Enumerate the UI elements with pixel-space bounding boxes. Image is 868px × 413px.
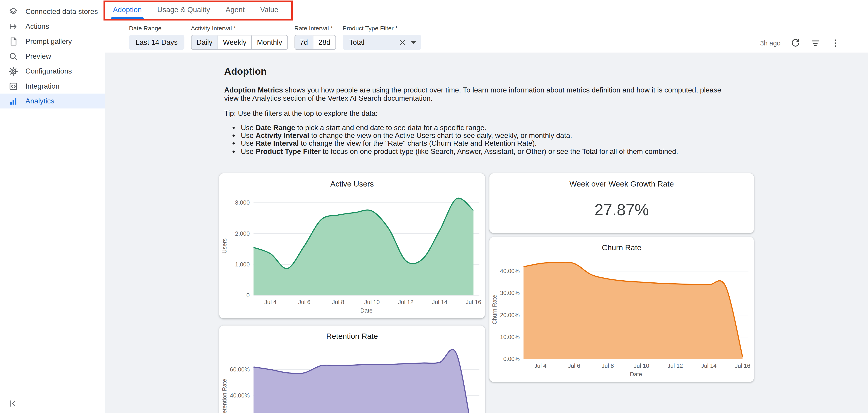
svg-text:0: 0 — [246, 292, 250, 298]
rate-interval-toggle: 7d 28d — [294, 35, 336, 50]
refresh-button[interactable] — [790, 38, 800, 48]
activity-interval-daily[interactable]: Daily — [191, 35, 218, 49]
svg-text:Jul 8: Jul 8 — [601, 362, 614, 369]
churn-rate-chart: 0.00%10.00%20.00%30.00%40.00%Jul 4Jul 6J… — [489, 237, 754, 382]
svg-text:Jul 14: Jul 14 — [701, 362, 717, 369]
activity-interval-label: Activity Interval * — [191, 25, 288, 32]
growth-rate-title: Week over Week Growth Rate — [489, 180, 754, 188]
sidebar-item-configurations[interactable]: Configurations — [0, 64, 105, 78]
main-panel: Adoption Usage & Quality Agent Value Dat… — [105, 0, 868, 413]
sidebar-item-label: Prompt gallery — [26, 37, 72, 45]
svg-text:Jul 14: Jul 14 — [432, 299, 447, 305]
svg-text:Jul 8: Jul 8 — [332, 299, 344, 305]
product-type-value: Total — [349, 38, 399, 46]
growth-rate-card: Week over Week Growth Rate 27.87% — [489, 173, 754, 233]
tip-bullet: Use Date Range to pick a start and end d… — [241, 124, 736, 132]
prompt-gallery-icon — [8, 36, 18, 46]
actions-icon — [8, 21, 18, 31]
svg-text:Jul 4: Jul 4 — [534, 362, 547, 369]
active-users-title: Active Users — [219, 180, 485, 188]
rate-interval-28d[interactable]: 28d — [313, 35, 335, 49]
churn-rate-card: Churn Rate 0.00%10.00%20.00%30.00%40.00%… — [489, 237, 754, 382]
activity-interval-filter-group: Activity Interval * Daily Weekly Monthly — [191, 25, 288, 50]
rate-interval-filter-group: Rate Interval * 7d 28d — [294, 25, 336, 50]
churn-rate-title: Churn Rate — [489, 243, 754, 252]
sidebar-item-prompt-gallery[interactable]: Prompt gallery — [0, 34, 105, 49]
active-users-chart: 01,0002,0003,000Jul 4Jul 6Jul 8Jul 10Jul… — [219, 173, 485, 318]
svg-text:Retention Rate: Retention Rate — [221, 379, 228, 413]
svg-text:Jul 12: Jul 12 — [667, 362, 683, 369]
active-users-card: Active Users 01,0002,0003,000Jul 4Jul 6J… — [219, 173, 485, 318]
filter-list-button[interactable] — [810, 38, 820, 48]
product-type-filter-label: Product Type Filter * — [343, 25, 421, 32]
dashboard-content: Adoption Adoption Metrics shows you how … — [105, 53, 868, 413]
sidebar-item-label: Connected data stores — [26, 7, 98, 15]
tab-usage-quality[interactable]: Usage & Quality — [150, 0, 218, 19]
sidebar-item-integration[interactable]: Integration — [0, 78, 105, 93]
collapse-sidebar-button[interactable] — [8, 399, 18, 409]
tab-value[interactable]: Value — [252, 0, 286, 19]
tip-line: Tip: Use the filters at the top to explo… — [224, 110, 736, 118]
svg-text:40.00%: 40.00% — [500, 268, 520, 274]
svg-text:2,000: 2,000 — [235, 230, 250, 237]
preview-icon — [8, 51, 18, 61]
tab-agent[interactable]: Agent — [218, 0, 252, 19]
product-type-select[interactable]: Total — [343, 35, 421, 50]
rate-interval-label: Rate Interval * — [294, 25, 336, 32]
svg-text:Churn Rate: Churn Rate — [491, 295, 498, 324]
more-options-button[interactable] — [830, 38, 840, 48]
sidebar-item-label: Actions — [26, 22, 49, 30]
date-range-filter-group: Date Range Last 14 Days — [129, 25, 184, 50]
sidebar-item-label: Configurations — [26, 67, 72, 75]
svg-text:Date: Date — [630, 371, 642, 377]
activity-interval-weekly[interactable]: Weekly — [218, 35, 252, 49]
svg-text:Jul 16: Jul 16 — [466, 299, 481, 305]
date-range-button[interactable]: Last 14 Days — [129, 35, 184, 50]
tab-adoption[interactable]: Adoption — [105, 0, 150, 19]
activity-interval-toggle: Daily Weekly Monthly — [191, 35, 288, 50]
tip-list: Use Date Range to pick a start and end d… — [224, 124, 736, 156]
growth-rate-value: 27.87% — [489, 201, 754, 219]
svg-text:30.00%: 30.00% — [500, 290, 520, 296]
data-stores-icon — [8, 6, 18, 17]
svg-text:Jul 10: Jul 10 — [634, 362, 649, 369]
intro-paragraph: Adoption Metrics shows you how people ar… — [224, 86, 736, 102]
svg-text:Jul 16: Jul 16 — [735, 362, 750, 369]
activity-interval-monthly[interactable]: Monthly — [252, 35, 287, 49]
retention-rate-card: Retention Rate 20.00%40.00%60.00%Jul 4Ju… — [219, 325, 485, 413]
svg-text:Jul 6: Jul 6 — [298, 299, 310, 305]
sidebar: Connected data stores Actions Prompt gal… — [0, 0, 105, 413]
svg-text:Jul 4: Jul 4 — [265, 299, 277, 305]
app-root: Connected data stores Actions Prompt gal… — [0, 0, 868, 413]
svg-text:Jul 12: Jul 12 — [398, 299, 413, 305]
svg-text:Users: Users — [221, 239, 228, 253]
sidebar-item-analytics[interactable]: Analytics — [0, 94, 105, 108]
analytics-icon — [8, 96, 18, 106]
tip-bullet: Use Product Type Filter to focus on one … — [241, 148, 736, 156]
sidebar-item-actions[interactable]: Actions — [0, 19, 105, 34]
svg-text:3,000: 3,000 — [235, 199, 250, 206]
svg-text:10.00%: 10.00% — [500, 334, 520, 340]
svg-text:Jul 6: Jul 6 — [568, 362, 580, 369]
rate-interval-7d[interactable]: 7d — [295, 35, 313, 49]
svg-text:60.00%: 60.00% — [230, 366, 250, 373]
product-type-filter-group: Product Type Filter * Total — [343, 25, 421, 50]
sidebar-item-connected-data-stores[interactable]: Connected data stores — [0, 4, 105, 19]
tip-bullet: Use Activity Interval to change the view… — [241, 132, 736, 140]
sidebar-item-label: Preview — [26, 52, 51, 60]
dropdown-arrow-icon[interactable] — [411, 41, 416, 43]
svg-text:0.00%: 0.00% — [503, 356, 520, 362]
configurations-icon — [8, 66, 18, 76]
svg-text:40.00%: 40.00% — [230, 392, 250, 399]
svg-text:20.00%: 20.00% — [500, 312, 520, 318]
filter-actions: 3h ago — [760, 35, 840, 50]
clear-filter-icon[interactable] — [399, 39, 406, 46]
last-refreshed-text: 3h ago — [760, 39, 781, 47]
svg-text:Jul 10: Jul 10 — [364, 299, 380, 305]
date-range-label: Date Range — [129, 25, 184, 32]
svg-text:Date: Date — [360, 307, 373, 314]
tab-bar: Adoption Usage & Quality Agent Value — [105, 0, 868, 19]
filter-bar: Date Range Last 14 Days Activity Interva… — [105, 19, 868, 53]
sidebar-item-preview[interactable]: Preview — [0, 49, 105, 63]
page-title: Adoption — [224, 66, 736, 77]
